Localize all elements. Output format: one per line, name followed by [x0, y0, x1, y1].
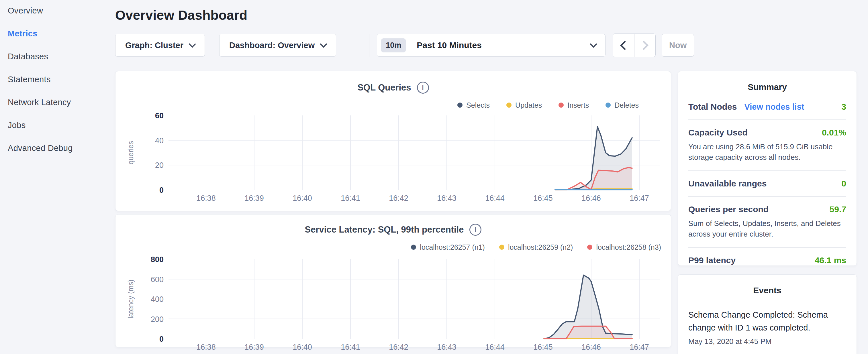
sidebar-item-network-latency[interactable]: Network Latency	[8, 98, 115, 106]
y-tick-label: 40	[155, 136, 164, 145]
info-icon[interactable]: i	[417, 82, 429, 94]
summary-label: P99 latency	[688, 255, 736, 265]
events-card: Events Schema Change Completed: Schema c…	[678, 275, 857, 354]
legend-item-inserts[interactable]: Inserts	[559, 101, 589, 109]
toolbar-divider	[369, 34, 369, 57]
x-tick-label: 16:46	[582, 343, 601, 351]
legend-item-selects[interactable]: Selects	[457, 101, 490, 109]
x-tick-label: 16:39	[244, 343, 264, 351]
y-axis-unit-label: queries	[127, 141, 135, 164]
y-tick-label: 800	[151, 255, 164, 264]
summary-label: Unavailable ranges	[688, 179, 767, 189]
time-range-dropdown[interactable]: 10m Past 10 Minutes	[377, 34, 606, 57]
sidebar-item-jobs[interactable]: Jobs	[8, 121, 115, 129]
legend-label: Updates	[515, 101, 542, 109]
summary-card: Summary Total Nodes View nodes list 3 Ca…	[678, 71, 857, 266]
summary-value: 3	[841, 102, 846, 112]
graph-dropdown[interactable]: Graph: Cluster	[115, 34, 205, 57]
x-tick-label: 16:40	[292, 194, 312, 202]
legend-label: Deletes	[614, 101, 639, 109]
summary-row-unavailable: Unavailable ranges 0	[688, 170, 846, 196]
chevron-down-icon	[590, 40, 597, 47]
legend-label: localhost:26259 (n2)	[508, 243, 573, 252]
chart-title-row: Service Latency: SQL, 99th percentile i	[116, 224, 671, 236]
legend-label: localhost:26258 (n3)	[596, 243, 661, 252]
time-prev-button[interactable]	[613, 34, 634, 57]
time-nav-buttons	[613, 33, 656, 57]
time-next-button[interactable]	[634, 34, 655, 57]
chart-title-row: SQL Queries i	[116, 82, 671, 94]
legend-label: Inserts	[567, 101, 589, 109]
sidebar: OverviewMetricsDatabasesStatementsNetwor…	[0, 0, 115, 354]
summary-value: 46.1 ms	[815, 255, 846, 265]
y-tick-label: 600	[151, 275, 164, 284]
right-column: Summary Total Nodes View nodes list 3 Ca…	[678, 71, 857, 354]
chevron-right-icon	[639, 41, 649, 50]
now-button[interactable]: Now	[662, 34, 694, 57]
x-tick-label: 16:43	[437, 194, 457, 202]
legend-dot	[457, 102, 463, 108]
dashboard-dropdown[interactable]: Dashboard: Overview	[219, 34, 336, 57]
events-title: Events	[688, 286, 846, 295]
sidebar-item-advanced-debug[interactable]: Advanced Debug	[8, 144, 115, 152]
summary-row-qps: Queries per second 59.7 Sum of Selects, …	[688, 196, 846, 247]
summary-value: 0	[841, 179, 846, 189]
sql-queries-chart[interactable]: 16:3816:3916:4016:4116:4216:4316:4416:45…	[121, 112, 666, 206]
legend-item-deletes[interactable]: Deletes	[606, 101, 639, 109]
event-timestamp: May 13, 2020 at 4:45 PM	[688, 337, 846, 346]
x-tick-label: 16:45	[533, 194, 553, 202]
summary-row-total-nodes: Total Nodes View nodes list 3	[688, 94, 846, 120]
y-tick-label: 200	[151, 315, 164, 324]
x-tick-label: 16:47	[629, 194, 649, 202]
summary-row-capacity: Capacity Used 0.01% You are using 28.6 M…	[688, 120, 846, 170]
main-content: Overview Dashboard Graph: Cluster Dashbo…	[115, 0, 868, 354]
info-icon[interactable]: i	[469, 224, 482, 236]
view-nodes-link[interactable]: View nodes list	[744, 102, 804, 112]
y-axis-unit-label: latency (ms)	[127, 280, 135, 319]
legend-dot	[506, 102, 512, 108]
event-text: Schema Change Completed: Schema change w…	[688, 309, 846, 334]
summary-label: Total Nodes	[688, 102, 737, 112]
x-tick-label: 16:38	[196, 343, 216, 351]
x-tick-label: 16:42	[389, 343, 408, 351]
x-tick-label: 16:44	[485, 194, 505, 202]
service-latency-chart[interactable]: 16:3816:3916:4016:4116:4216:4316:4416:45…	[121, 254, 666, 354]
legend-item-node3[interactable]: localhost:26258 (n3)	[587, 243, 661, 252]
event-item[interactable]: Schema Change Completed: Schema change w…	[688, 309, 846, 346]
chart-legend: Selects Updates Inserts Deletes	[116, 101, 671, 109]
sidebar-item-statements[interactable]: Statements	[8, 75, 115, 84]
charts-column: SQL Queries i Selects Updates Inserts De…	[115, 71, 671, 354]
legend-dot	[411, 245, 416, 250]
x-tick-label: 16:43	[437, 343, 457, 351]
summary-caption: Sum of Selects, Updates, Inserts, and De…	[688, 218, 846, 239]
chevron-left-icon	[620, 41, 629, 50]
y-tick-label: 0	[159, 186, 164, 194]
sql-queries-card: SQL Queries i Selects Updates Inserts De…	[115, 71, 671, 211]
legend-dot	[559, 102, 564, 108]
dashboard-dropdown-label: Dashboard: Overview	[229, 41, 315, 50]
legend-item-node2[interactable]: localhost:26259 (n2)	[499, 243, 573, 252]
x-tick-label: 16:42	[389, 194, 408, 202]
sidebar-item-databases[interactable]: Databases	[8, 52, 115, 61]
legend-item-updates[interactable]: Updates	[506, 101, 542, 109]
legend-label: localhost:26257 (n1)	[420, 243, 485, 252]
sidebar-item-overview[interactable]: Overview	[8, 6, 115, 15]
y-tick-label: 400	[151, 295, 164, 303]
x-tick-label: 16:41	[341, 343, 360, 351]
app: OverviewMetricsDatabasesStatementsNetwor…	[0, 0, 868, 354]
summary-title: Summary	[688, 82, 846, 92]
legend-label: Selects	[466, 101, 490, 109]
service-latency-card: Service Latency: SQL, 99th percentile i …	[115, 214, 671, 347]
y-tick-label: 20	[155, 161, 164, 169]
summary-label: Capacity Used	[688, 128, 748, 137]
x-tick-label: 16:38	[196, 194, 216, 202]
summary-caption: You are using 28.6 MiB of 515.9 GiB usab…	[688, 141, 846, 163]
sidebar-item-metrics[interactable]: Metrics	[8, 29, 115, 38]
chart-title: Service Latency: SQL, 99th percentile	[305, 225, 464, 235]
x-tick-label: 16:45	[533, 343, 553, 351]
chevron-down-icon	[189, 40, 196, 47]
summary-row-p99: P99 latency 46.1 ms	[688, 247, 846, 273]
time-range-label: Past 10 Minutes	[417, 40, 482, 50]
x-tick-label: 16:41	[341, 194, 360, 202]
legend-item-node1[interactable]: localhost:26257 (n1)	[411, 243, 485, 252]
